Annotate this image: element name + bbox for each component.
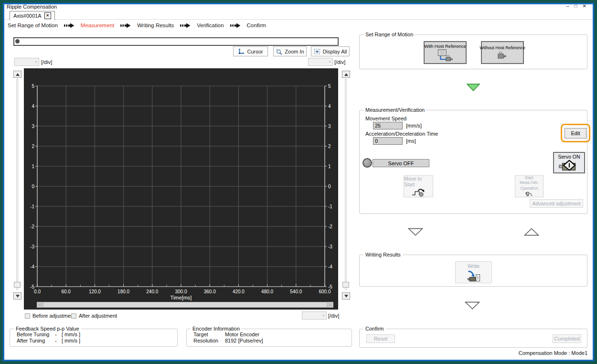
writing-results-group-title: Writing Results: [363, 252, 403, 257]
tab-axis0001a[interactable]: Axis#0001A ✕: [10, 11, 55, 21]
minimize-icon[interactable]: –: [566, 3, 569, 9]
edit-button-highlight: Edit: [561, 124, 590, 142]
cursor-button[interactable]: Cursor: [233, 46, 268, 56]
without-host-reference-label: Without Host Reference: [480, 45, 525, 50]
feedback-after-value: -: [55, 338, 62, 343]
slider-down-button[interactable]: [342, 292, 350, 300]
chevron-down-icon: ˅: [322, 314, 325, 317]
triangle-up-icon: [16, 73, 20, 76]
zoom-in-icon: [276, 48, 282, 55]
accel-decel-input[interactable]: [373, 137, 403, 145]
feedback-before-label: Before Tuning: [17, 332, 55, 337]
after-adjustment-label: After adjustment: [79, 313, 117, 319]
feedback-before-value: -: [55, 332, 62, 337]
bottom-div-select[interactable]: ˅: [302, 311, 327, 320]
start-meas-ver-label-1: Start Meas./Ver.: [515, 176, 543, 185]
y-div-right-select[interactable]: ˅: [308, 58, 333, 66]
encoder-info-group-title: Encoder Information: [191, 326, 242, 332]
svg-text:5: 5: [32, 84, 34, 89]
start-meas-ver-label-2: Operation: [520, 186, 538, 191]
step-writing-results: Writing Results: [137, 22, 174, 28]
advanced-adjustment-button[interactable]: Advanced adjustment: [530, 199, 583, 208]
svg-text:3: 3: [328, 124, 331, 129]
y-div-right-unit-label: [/div]: [334, 59, 345, 65]
step-measurement: Measurement: [81, 22, 114, 28]
after-adjustment-checkbox[interactable]: [71, 313, 76, 319]
completed-button[interactable]: Completed: [553, 334, 581, 343]
svg-text:-3: -3: [30, 244, 34, 249]
edit-button[interactable]: Edit: [565, 128, 586, 139]
svg-text:4: 4: [328, 104, 331, 109]
without-host-reference-button[interactable]: Without Host Reference: [481, 41, 524, 64]
progress-indicator-dot: [15, 39, 20, 43]
slider-up-button[interactable]: [13, 71, 21, 78]
svg-text:0.0: 0.0: [34, 289, 41, 294]
svg-text:0: 0: [32, 184, 34, 189]
confirm-group: Confirm Reset Completed: [359, 329, 587, 348]
svg-text:-3: -3: [328, 244, 332, 249]
set-range-group: Set Range of Motion With Host Reference …: [359, 34, 587, 69]
servo-on-motor-icon: [559, 160, 580, 172]
write-button-label: Write: [468, 263, 480, 269]
measurement-group-title: Measurement/Verification: [363, 107, 426, 113]
motor-only-icon: [496, 51, 509, 60]
svg-text:360.0: 360.0: [204, 289, 216, 294]
chart-horizontal-scrollbar[interactable]: ‹ ›: [37, 302, 333, 308]
slider-up-button[interactable]: [342, 71, 350, 78]
zoom-in-button[interactable]: Zoom In: [273, 46, 307, 56]
write-button[interactable]: Write: [455, 261, 492, 283]
advanced-adjustment-label: Advanced adjustment: [533, 201, 581, 206]
svg-text:-1: -1: [328, 204, 332, 209]
reset-button[interactable]: Reset: [366, 334, 395, 343]
move-to-start-label: Move to Start: [404, 176, 433, 187]
feedback-before-unit: [ mm/s ]: [62, 332, 80, 337]
y-div-left-unit-label: [/div]: [41, 59, 52, 65]
svg-text:420.0: 420.0: [233, 289, 245, 294]
before-adjustment-checkbox[interactable]: [25, 313, 30, 319]
movement-speed-label: Movement Speed: [365, 116, 406, 121]
maximize-icon[interactable]: □: [575, 3, 577, 9]
svg-text:540.0: 540.0: [290, 289, 302, 294]
chevron-down-icon: ˅: [329, 60, 331, 64]
slider-thumb[interactable]: [342, 282, 349, 288]
with-host-reference-button[interactable]: With Host Reference: [424, 41, 467, 64]
y-div-left-select[interactable]: ˅: [14, 58, 39, 66]
encoder-target-label: Target: [193, 332, 225, 337]
accel-decel-unit: [ms]: [406, 138, 416, 144]
window-title: Ripple Compensation: [7, 4, 57, 10]
waveform-chart: 554433221100-1-1-2-2-3-3-4-4-5-50.060.01…: [24, 68, 338, 310]
svg-text:300.0: 300.0: [175, 289, 187, 294]
movement-speed-input[interactable]: [373, 122, 403, 129]
confirm-group-title: Confirm: [363, 326, 386, 332]
scroll-right-icon[interactable]: ›: [327, 302, 333, 308]
display-all-icon: [314, 48, 320, 55]
svg-text:1: 1: [328, 164, 331, 169]
slider-down-button[interactable]: [13, 292, 21, 300]
svg-text:2: 2: [328, 144, 331, 149]
move-to-start-button[interactable]: Move to Start: [404, 175, 433, 197]
feedback-after-row: After Tuning - [ mm/s ]: [17, 338, 177, 343]
encoder-target-row: Target Motor Encoder: [193, 332, 352, 337]
svg-text:Time[ms]: Time[ms]: [171, 295, 192, 300]
flow-arrow-down-icon: [408, 228, 423, 236]
encoder-resolution-label: Resolution: [193, 338, 225, 343]
left-scale-slider[interactable]: [13, 71, 21, 301]
svg-text:60.0: 60.0: [61, 289, 71, 294]
svg-text:4: 4: [32, 104, 34, 109]
display-all-button[interactable]: Display All: [311, 46, 350, 56]
close-icon[interactable]: ✕: [583, 3, 586, 9]
servo-on-button[interactable]: Servo ON: [553, 152, 585, 173]
wizard-steps: Set Range of Motion Measurement Writing …: [8, 22, 266, 28]
slider-track[interactable]: [16, 79, 18, 290]
encoder-target-value: Motor Encoder: [225, 332, 259, 337]
tab-close-icon[interactable]: ✕: [44, 12, 51, 19]
start-meas-ver-button[interactable]: Start Meas./Ver. Operation: [515, 175, 544, 197]
writing-results-group: Writing Results Write: [359, 255, 587, 287]
right-scale-slider[interactable]: [342, 71, 350, 301]
slider-track[interactable]: [345, 79, 347, 290]
write-to-motor-icon: [467, 270, 481, 282]
slider-thumb[interactable]: [14, 282, 21, 288]
scrollbar-thumb[interactable]: [43, 302, 327, 307]
scroll-left-icon[interactable]: ‹: [37, 302, 43, 308]
step-arrow-icon: [64, 23, 75, 28]
